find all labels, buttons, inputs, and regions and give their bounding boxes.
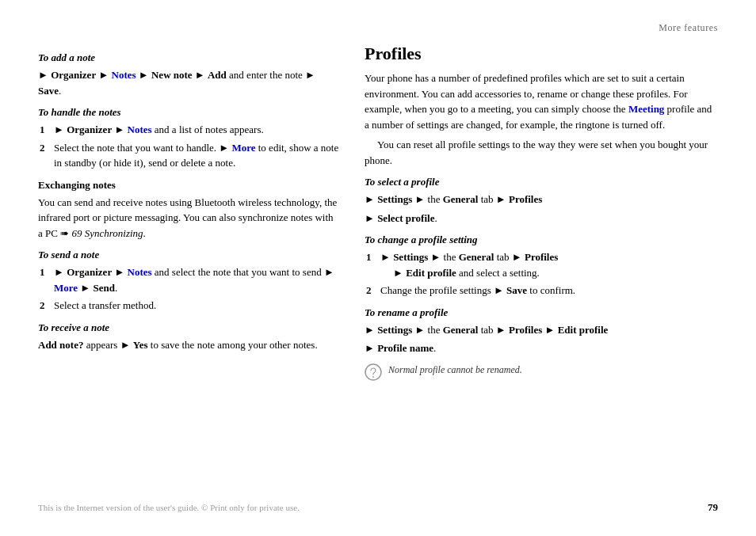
yes-label: Yes (133, 339, 148, 351)
rename-profile-line2: ► Profile name. (365, 340, 718, 356)
page-footer: This is the Internet version of the user… (38, 501, 718, 514)
edit-profile-label: Edit profile (406, 267, 456, 279)
section-exchanging-body: You can send and receive notes using Blu… (38, 195, 339, 241)
profiles-intro2: You can reset all profile settings to th… (365, 137, 718, 168)
settings-label3: Settings (377, 324, 412, 336)
meeting-label: Meeting (628, 103, 664, 115)
list-item: Select the note that you want to handle.… (51, 140, 339, 171)
general-tab-label2: General (459, 251, 494, 263)
settings-label2: Settings (393, 251, 428, 263)
section-select-profile-title: To select a profile (365, 176, 718, 188)
section-receive-note: To receive a note Add note? appears ► Ye… (38, 321, 339, 353)
select-profile-line2: ► Select profile. (365, 211, 718, 226)
add-note-label: Add note? (38, 339, 83, 351)
profiles-label: Profiles (509, 193, 542, 205)
section-exchanging-notes: Exchanging notes You can send and receiv… (38, 179, 339, 241)
list-item: Change the profile settings ► Save to co… (377, 283, 718, 298)
section-select-profile: To select a profile ► Settings ► the Gen… (365, 176, 718, 226)
organizer-label3: Organizer (67, 266, 112, 278)
select-profile-label: Select profile (377, 212, 434, 224)
send-label: Send (93, 282, 114, 294)
change-profile-item1-line2: ► Edit profile and select a setting. (393, 265, 718, 281)
handle-notes-list: ► Organizer ► Notes and a list of notes … (51, 122, 339, 171)
footer-text: This is the Internet version of the user… (38, 503, 300, 512)
svg-point-1 (372, 376, 374, 378)
section-rename-profile: To rename a profile ► Settings ► the Gen… (365, 306, 718, 356)
add-label: Add (208, 69, 227, 81)
notes-label2: Notes (128, 124, 152, 135)
note-box: Normal profile cannot be renamed. (365, 363, 718, 381)
section-change-profile: To change a profile setting ► Settings ►… (365, 234, 718, 298)
profiles-label3: Profiles (509, 324, 542, 336)
section-receive-note-body: Add note? appears ► Yes to save the note… (38, 337, 339, 353)
svg-point-0 (365, 364, 381, 380)
profiles-label2: Profiles (525, 251, 558, 263)
page-number: 79 (708, 501, 718, 514)
info-icon (365, 363, 382, 381)
sync-ref: 69 Synchronizing (71, 227, 143, 239)
left-column: To add a note ► Organizer ► Notes ► New … (38, 44, 339, 492)
list-item: Select a transfer method. (51, 298, 339, 314)
content-columns: To add a note ► Organizer ► Notes ► New … (38, 44, 718, 492)
select-profile-line1: ► Settings ► the General tab ► Profiles (365, 192, 718, 207)
edit-profile-label2: Edit profile (558, 324, 609, 336)
list-item: ► Settings ► the General tab ► Profiles … (377, 249, 718, 280)
new-note-label: New note (151, 69, 193, 81)
section-receive-note-title: To receive a note (38, 321, 339, 334)
section-handle-notes-title: To handle the notes (38, 106, 339, 119)
notes-label: Notes (112, 69, 136, 81)
general-tab-label3: General (443, 324, 479, 336)
rename-profile-line1: ► Settings ► the General tab ► Profiles … (365, 322, 718, 338)
save-label: Save (38, 85, 59, 97)
section-handle-notes: To handle the notes ► Organizer ► Notes … (38, 106, 339, 171)
page-header: More features (38, 22, 718, 34)
profile-name-label: Profile name (377, 342, 433, 354)
section-send-note-title: To send a note (38, 249, 339, 261)
general-tab-label: General (443, 193, 479, 205)
profiles-title: Profiles (365, 44, 718, 64)
right-column: Profiles Your phone has a number of pred… (365, 44, 718, 492)
section-add-note-title: To add a note (38, 51, 339, 64)
organizer-label2: Organizer (67, 124, 112, 135)
profiles-intro1: Your phone has a number of predefined pr… (365, 70, 718, 132)
section-add-note: To add a note ► Organizer ► Notes ► New … (38, 51, 339, 98)
note-text: Normal profile cannot be renamed. (388, 363, 522, 377)
change-profile-item1-line1: ► Settings ► the General tab ► Profiles (380, 249, 718, 265)
more-label: More (231, 142, 255, 154)
save-label2: Save (506, 284, 527, 296)
header-title: More features (659, 22, 718, 33)
list-item: ► Organizer ► Notes and a list of notes … (51, 122, 339, 138)
section-send-note: To send a note ► Organizer ► Notes and s… (38, 249, 339, 314)
section-add-note-body: ► Organizer ► Notes ► New note ► Add and… (38, 67, 339, 98)
organizer-label: Organizer (51, 69, 96, 81)
section-rename-profile-title: To rename a profile (365, 306, 718, 319)
more-label2: More (54, 282, 78, 294)
settings-label: Settings (377, 193, 412, 205)
section-exchanging-title: Exchanging notes (38, 179, 339, 192)
list-item: ► Organizer ► Notes and select the note … (51, 264, 339, 295)
send-note-list: ► Organizer ► Notes and select the note … (51, 264, 339, 314)
change-profile-list: ► Settings ► the General tab ► Profiles … (377, 249, 718, 298)
notes-label3: Notes (128, 266, 152, 278)
section-change-profile-title: To change a profile setting (365, 234, 718, 246)
page-container: More features To add a note ► Organizer … (0, 0, 756, 536)
